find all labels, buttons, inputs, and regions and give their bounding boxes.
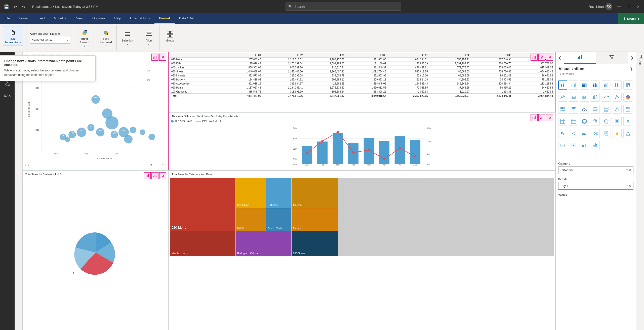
viz-line[interactable] [558, 93, 567, 102]
linebar-bar2-icon[interactable] [538, 114, 545, 121]
tab-data-drill[interactable]: Data / Drill [175, 13, 199, 24]
scatter-bar-chart-icon[interactable] [151, 54, 158, 61]
treemap-cell-020mens[interactable]: 020-Mens [170, 178, 235, 231]
linebar-bar-chart-icon[interactable] [531, 114, 538, 121]
viz-ribbon[interactable] [623, 80, 632, 90]
tab-modeling[interactable]: Modeling [49, 13, 72, 24]
viz-map[interactable] [591, 117, 600, 126]
viz-ai-visual[interactable] [613, 129, 622, 138]
scatter-none-icon[interactable]: ⊘ [159, 54, 166, 61]
redo-icon[interactable]: ↪ [20, 3, 27, 10]
viz-100pct-col[interactable] [613, 80, 622, 90]
viz-custom[interactable]: + [569, 141, 578, 150]
viz-custom3[interactable] [591, 141, 600, 150]
viz-stacked-bar[interactable] [558, 80, 567, 90]
viz-area[interactable] [569, 93, 578, 102]
share-button[interactable]: ⬆ Share ▾ [618, 13, 644, 24]
panel-toggle-filters[interactable] [596, 52, 628, 64]
save-icon[interactable]: 💾 [3, 3, 10, 10]
sidebar-dax-icon[interactable]: DAX [2, 90, 13, 101]
viz-smart-narrative[interactable] [580, 129, 589, 138]
viz-r-script[interactable]: R [623, 117, 632, 126]
bring-forward-dropdown[interactable]: ▾ [84, 45, 85, 47]
viz-slicer[interactable] [623, 105, 632, 114]
viz-shape-map[interactable] [602, 117, 611, 126]
tab-file[interactable]: File [0, 13, 14, 24]
user-avatar[interactable]: RK [605, 3, 612, 10]
pie-none-icon[interactable]: ⊘ [159, 172, 166, 179]
drill-dropdown[interactable]: Selected visual ▾ [30, 37, 70, 44]
viz-100pct-bar[interactable] [580, 80, 589, 90]
viz-qa[interactable]: Q&A [591, 129, 600, 138]
buyer-clear[interactable]: ✕ [629, 184, 631, 188]
treemap-cell-mendez-larry[interactable]: Mendez, Larry [170, 231, 235, 256]
selection-dropdown[interactable]: ▾ [127, 43, 128, 46]
treemap-cell-espinoz[interactable]: Espinoz... [292, 208, 338, 231]
viz-donut[interactable] [580, 117, 589, 126]
treemap-cell-050shoes[interactable]: 050-Shoes [292, 231, 338, 256]
viz-image[interactable] [558, 141, 567, 150]
edit-interactions-button[interactable]: 🖱 EditInteractions [3, 26, 23, 46]
viz-card[interactable]: 123 [591, 105, 600, 114]
align-button[interactable]: Align ▾ [141, 29, 156, 47]
category-field[interactable]: Category ▾ ✕ [558, 167, 633, 174]
treemap-cell-080home[interactable]: 080-Home [236, 178, 266, 208]
treemap-cell-030kids[interactable]: 030-Kids [266, 178, 291, 208]
viz-custom2[interactable] [580, 141, 589, 150]
send-backward-button[interactable]: Sendbackward ▾ [98, 27, 113, 48]
minimize-button[interactable]: — [616, 4, 622, 10]
viz-panel-expand[interactable]: ❯ [630, 66, 633, 71]
group-button[interactable]: Group ▾ [163, 29, 178, 47]
viz-scatter[interactable] [613, 93, 622, 102]
category-clear[interactable]: ✕ [629, 169, 631, 172]
align-dropdown[interactable]: ▾ [148, 43, 149, 46]
tab-external-tools[interactable]: External tools [126, 13, 154, 24]
viz-azure-map[interactable] [613, 117, 622, 126]
table-bar-chart-icon[interactable] [531, 54, 538, 61]
group-dropdown[interactable]: ▾ [170, 43, 171, 46]
bring-forward-button[interactable]: Bringforward ▾ [77, 27, 92, 48]
restore-button[interactable]: ❐ [625, 4, 631, 10]
tab-home[interactable]: Home [14, 13, 32, 24]
send-backward-dropdown[interactable]: ▾ [105, 45, 107, 47]
viz-matrix[interactable] [569, 117, 578, 126]
undo-icon[interactable]: ↩ [12, 3, 19, 10]
viz-table[interactable] [558, 117, 567, 126]
viz-python[interactable]: Py [558, 129, 567, 138]
panel-toggle-visualizations[interactable] [564, 52, 596, 64]
viz-paginated[interactable] [602, 129, 611, 138]
viz-treemap[interactable] [558, 105, 567, 114]
viz-decomp-tree[interactable] [569, 129, 578, 138]
panel-collapse-left[interactable]: ❮ [556, 52, 564, 64]
viz-clustered-col[interactable] [602, 80, 611, 90]
data-icon[interactable]: 📊 [638, 54, 643, 59]
pie-bar2-icon[interactable] [151, 172, 158, 179]
viz-funnel[interactable] [569, 105, 578, 114]
selection-button[interactable]: Selection ▾ [120, 29, 135, 47]
viz-multirow-card[interactable] [602, 105, 611, 114]
tab-format[interactable]: Format [154, 13, 175, 24]
table-none-icon[interactable]: ⊘ [546, 54, 553, 61]
viz-gauge[interactable] [580, 105, 589, 114]
close-button[interactable]: ✕ [635, 4, 641, 10]
scatter-filter2-icon[interactable]: ☰ [155, 162, 161, 168]
treemap-cell-gentry[interactable]: Gentry, Elizab... [266, 208, 291, 231]
tab-insert[interactable]: Insert [32, 13, 50, 24]
more-visuals-btn[interactable]: ··· [558, 153, 633, 158]
tab-optimize[interactable]: Optimize [88, 13, 110, 24]
treemap-cell-rodriguez[interactable]: Rodriguez, Calista [236, 231, 291, 256]
buyer-field[interactable]: Buyer ▾ ✕ [558, 182, 633, 190]
treemap-cell-moreno[interactable]: Moreno... [292, 178, 338, 208]
viz-pie[interactable] [623, 93, 632, 102]
viz-clustered-bar[interactable] [569, 80, 578, 90]
viz-stacked-col[interactable] [591, 80, 600, 90]
scatter-more-icon[interactable]: ··· [162, 162, 166, 168]
viz-waterfall[interactable] [602, 93, 611, 102]
treemap-cell-more[interactable]: Morre... [236, 208, 266, 231]
tab-help[interactable]: Help [110, 13, 126, 24]
viz-stacked-area[interactable] [580, 93, 589, 102]
scatter-info-icon[interactable]: i [25, 162, 31, 168]
panel-collapse-right[interactable]: ❯ [628, 52, 636, 64]
viz-kpi[interactable] [613, 105, 622, 114]
scatter-expand-icon[interactable]: ⊞ [148, 162, 154, 168]
